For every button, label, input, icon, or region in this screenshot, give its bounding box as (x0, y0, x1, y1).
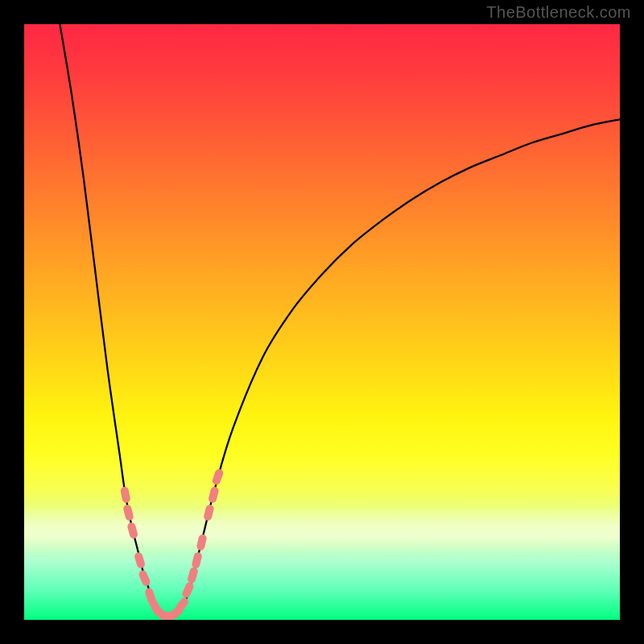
chart-container (24, 24, 620, 620)
marker-point (122, 504, 134, 522)
marker-point (120, 486, 131, 504)
marker-point (187, 567, 199, 584)
marker-point (203, 504, 215, 522)
watermark-text: TheBottleneck.com (486, 3, 631, 22)
marker-point (126, 522, 138, 539)
marker-point (191, 551, 203, 569)
marker-point (138, 569, 151, 587)
marker-point (134, 551, 146, 569)
marker-point (211, 468, 224, 485)
curve-svg (24, 24, 620, 620)
marker-point (181, 581, 195, 599)
marker-point (208, 486, 220, 504)
marker-point (196, 534, 207, 551)
v-curve (60, 24, 620, 617)
